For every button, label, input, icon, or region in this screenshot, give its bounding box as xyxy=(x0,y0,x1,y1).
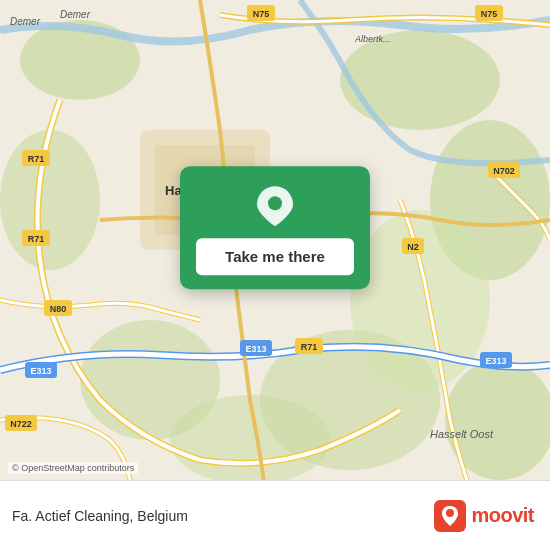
osm-attribution: © OpenStreetMap contributors xyxy=(8,462,138,474)
map-container: R71 R71 R71 N75 N75 N2 N80 N722 N702 xyxy=(0,0,550,480)
svg-text:Demer: Demer xyxy=(60,9,91,20)
svg-point-41 xyxy=(268,196,282,210)
bottom-bar: Fa. Actief Cleaning, Belgium moovit xyxy=(0,480,550,550)
svg-text:R71: R71 xyxy=(28,154,45,164)
svg-point-4 xyxy=(0,130,100,270)
svg-text:Demer: Demer xyxy=(10,16,41,27)
svg-text:N722: N722 xyxy=(10,419,32,429)
location-pin-icon xyxy=(253,184,297,228)
svg-text:N75: N75 xyxy=(481,9,498,19)
svg-point-2 xyxy=(340,30,500,130)
popup-card: Take me there xyxy=(180,166,370,289)
svg-text:N75: N75 xyxy=(253,9,270,19)
svg-text:N702: N702 xyxy=(493,166,515,176)
svg-text:N80: N80 xyxy=(50,304,67,314)
svg-text:E313: E313 xyxy=(30,366,51,376)
take-me-there-button[interactable]: Take me there xyxy=(196,238,354,275)
moovit-icon xyxy=(434,500,466,532)
moovit-logo: moovit xyxy=(434,500,534,532)
moovit-brand-text: moovit xyxy=(471,504,534,527)
svg-text:R71: R71 xyxy=(28,234,45,244)
app: R71 R71 R71 N75 N75 N2 N80 N722 N702 xyxy=(0,0,550,550)
svg-text:Albertk...: Albertk... xyxy=(354,34,391,44)
place-name: Fa. Actief Cleaning, Belgium xyxy=(12,508,188,524)
svg-text:N2: N2 xyxy=(407,242,419,252)
svg-text:Hasselt Oost: Hasselt Oost xyxy=(430,428,494,440)
svg-text:E313: E313 xyxy=(245,344,266,354)
svg-point-43 xyxy=(446,509,454,517)
svg-text:R71: R71 xyxy=(301,342,318,352)
svg-text:E313: E313 xyxy=(485,356,506,366)
